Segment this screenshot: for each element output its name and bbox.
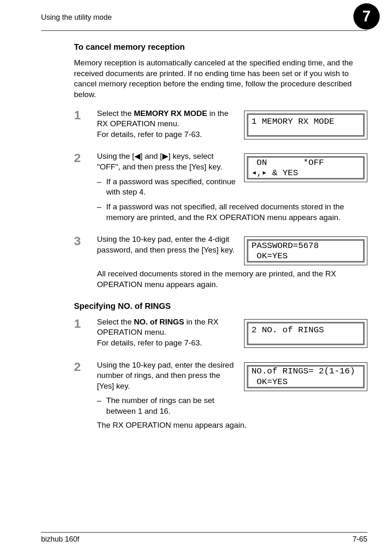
sub-item: – If a password was specified, continue … — [97, 176, 236, 197]
lcd-column: ON *OFF ◂,▸ & YES — [244, 153, 367, 197]
sub-text: If a password was specified, continue wi… — [106, 176, 236, 197]
step-body: Using the 10-key pad, enter the desired … — [97, 360, 367, 431]
lcd-display: NO.of RINGS= 2(1-16) OK=YES — [247, 365, 364, 388]
section-heading-cancel-memory: To cancel memory reception — [74, 42, 367, 52]
dash-icon: – — [97, 395, 101, 416]
step-body: Select the NO. of RINGS in the RX OPERAT… — [97, 317, 233, 348]
step-body: Select the MEMORY RX MODE in the RX OPER… — [97, 108, 233, 140]
step-ref: For details, refer to page 7-63. — [97, 130, 202, 139]
chapter-number-badge: 7 — [353, 3, 380, 30]
step-body: Using the 10-key pad, enter the 4-digit … — [97, 234, 367, 290]
step-text-a: Select the — [97, 109, 134, 118]
main-content: To cancel memory reception Memory recept… — [41, 42, 367, 430]
step-body: Using the [◀] and [▶] keys, select "OFF"… — [97, 151, 367, 222]
lcd-display: 1 MEMORY RX MODE — [247, 114, 364, 137]
dash-icon: – — [97, 176, 101, 197]
left-arrow-icon: ◀ — [134, 152, 141, 160]
lcd-display: ON *OFF ◂,▸ & YES — [247, 156, 364, 179]
step-ref: For details, refer to page 7-63. — [97, 338, 202, 347]
lcd-column: PASSWORD=5678 OK=YES — [244, 236, 367, 265]
step-number: 1 — [74, 108, 85, 140]
step-text-a: Using the [ — [97, 152, 134, 160]
step-bold: MEMORY RX MODE — [134, 109, 207, 118]
s2-step-2: 2 Using the 10-key pad, enter the desire… — [74, 360, 367, 431]
footer-product: bizhub 160f — [41, 535, 79, 544]
step-1: 1 Select the MEMORY RX MODE in the RX OP… — [74, 108, 367, 140]
page-header: Using the utility mode 7 — [41, 13, 367, 31]
step-text-a: Select the — [97, 317, 134, 326]
step-number: 1 — [74, 317, 85, 348]
running-title: Using the utility mode — [41, 13, 112, 22]
intro-paragraph: Memory reception is automatically cancel… — [74, 58, 367, 100]
step-number: 3 — [74, 234, 85, 290]
lcd-column: NO.of RINGS= 2(1-16) OK=YES — [244, 362, 367, 417]
sub-item: – The number of rings can be set between… — [97, 395, 236, 416]
step-3: 3 Using the 10-key pad, enter the 4-digi… — [74, 234, 367, 290]
right-arrow-icon: ▶ — [162, 152, 168, 160]
step-after: The RX OPERATION menu appears again. — [97, 420, 367, 431]
s2-step-1: 1 Select the NO. of RINGS in the RX OPER… — [74, 317, 367, 348]
lcd-column: 2 NO. of RINGS — [244, 319, 367, 348]
step-text-mid: ] and [ — [141, 152, 162, 160]
lcd-box: 2 NO. of RINGS — [244, 319, 367, 348]
lcd-display: PASSWORD=5678 OK=YES — [247, 239, 364, 262]
lcd-box: NO.of RINGS= 2(1-16) OK=YES — [244, 362, 367, 391]
step-bold: NO. of RINGS — [134, 317, 184, 326]
lcd-column: 1 MEMORY RX MODE — [244, 111, 367, 140]
footer-page: 7-65 — [353, 535, 367, 544]
page-footer: bizhub 160f 7-65 — [41, 532, 367, 544]
sub-item: – If a password was not specified, all r… — [97, 202, 367, 222]
lcd-box: PASSWORD=5678 OK=YES — [244, 236, 367, 265]
step-text: Using the 10-key pad, enter the 4-digit … — [97, 234, 236, 265]
step-number: 2 — [74, 151, 85, 222]
lcd-display: 2 NO. of RINGS — [247, 322, 364, 345]
sub-text: If a password was not specified, all rec… — [106, 202, 367, 222]
step-number: 2 — [74, 360, 85, 431]
sub-text: The number of rings can be set between 1… — [106, 395, 236, 416]
step-2: 2 Using the [◀] and [▶] keys, select "OF… — [74, 151, 367, 222]
section-heading-no-of-rings: Specifying NO. of RINGS — [74, 301, 367, 311]
dash-icon: – — [97, 202, 101, 222]
lcd-box: 1 MEMORY RX MODE — [244, 111, 367, 139]
step-after: All received documents stored in the mem… — [97, 269, 367, 290]
lcd-box: ON *OFF ◂,▸ & YES — [244, 153, 367, 182]
step-text: Using the 10-key pad, enter the desired … — [97, 361, 234, 390]
